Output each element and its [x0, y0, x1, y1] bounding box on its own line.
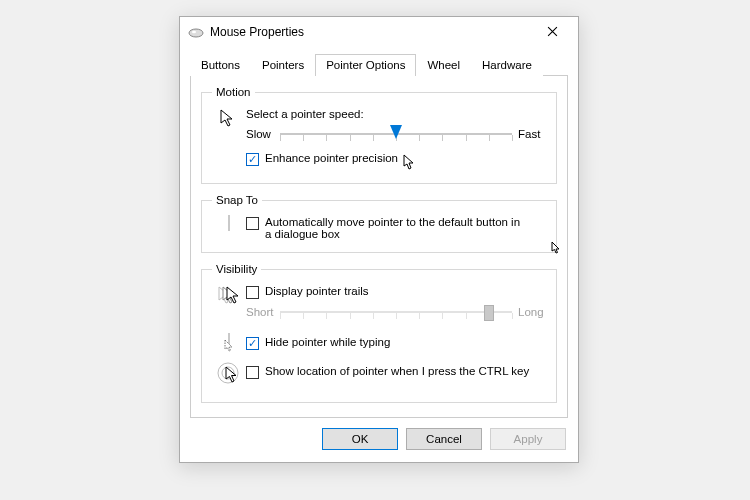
enhance-precision-label: Enhance pointer precision [265, 152, 398, 164]
group-motion-legend: Motion [212, 86, 255, 98]
tab-buttons[interactable]: Buttons [190, 54, 251, 76]
close-button[interactable] [534, 24, 570, 40]
svg-point-0 [189, 29, 203, 37]
snap-to-label: Automatically move pointer to the defaul… [265, 216, 525, 240]
enhance-precision-checkbox[interactable]: ✓ [246, 153, 259, 166]
apply-button: Apply [490, 428, 566, 450]
tab-body-pointer-options: Motion Select a pointer speed: Slow [190, 76, 568, 418]
pointer-speed-label: Select a pointer speed: [246, 108, 546, 120]
hide-typing-checkbox[interactable]: ✓ [246, 337, 259, 350]
hide-typing-label: Hide pointer while typing [265, 336, 390, 348]
titlebar: Mouse Properties [180, 17, 578, 47]
group-snap-to: Snap To ✓ Automatically move pointer to … [201, 194, 557, 253]
ctrl-locate-label: Show location of pointer when I press th… [265, 365, 529, 377]
cursor-icon [402, 154, 416, 173]
ctrl-locate-icon [216, 361, 242, 390]
cancel-button[interactable]: Cancel [406, 428, 482, 450]
trails-short-label: Short [246, 306, 280, 318]
tabs-container: Buttons Pointers Pointer Options Wheel H… [180, 47, 578, 418]
snap-to-checkbox[interactable]: ✓ [246, 217, 259, 230]
pointer-trails-label: Display pointer trails [265, 285, 369, 297]
pointer-trails-checkbox[interactable]: ✓ [246, 286, 259, 299]
group-visibility-legend: Visibility [212, 263, 261, 275]
pointer-speed-slider[interactable] [280, 124, 512, 144]
dialog-footer: OK Cancel Apply [180, 418, 578, 462]
hide-typing-icon [228, 334, 230, 348]
tab-pointers[interactable]: Pointers [251, 54, 315, 76]
snap-to-icon [228, 216, 230, 230]
ok-button[interactable]: OK [322, 428, 398, 450]
pointer-speed-icon [218, 108, 240, 133]
svg-point-1 [192, 31, 196, 33]
group-visibility: Visibility ✓ [201, 263, 557, 403]
window-title: Mouse Properties [210, 25, 534, 39]
tab-pointer-options[interactable]: Pointer Options [315, 54, 416, 76]
group-motion: Motion Select a pointer speed: Slow [201, 86, 557, 184]
pointer-trails-slider [280, 302, 512, 322]
mouse-icon [188, 27, 204, 37]
ctrl-locate-checkbox[interactable]: ✓ [246, 366, 259, 379]
pointer-trails-icon [216, 285, 242, 310]
group-snap-legend: Snap To [212, 194, 262, 206]
trails-long-label: Long [512, 306, 546, 318]
speed-fast-label: Fast [512, 128, 546, 140]
tab-strip: Buttons Pointers Pointer Options Wheel H… [190, 53, 568, 76]
speed-slow-label: Slow [246, 128, 280, 140]
tab-wheel[interactable]: Wheel [416, 54, 471, 76]
tab-hardware[interactable]: Hardware [471, 54, 543, 76]
mouse-properties-dialog: Mouse Properties Buttons Pointers Pointe… [179, 16, 579, 463]
